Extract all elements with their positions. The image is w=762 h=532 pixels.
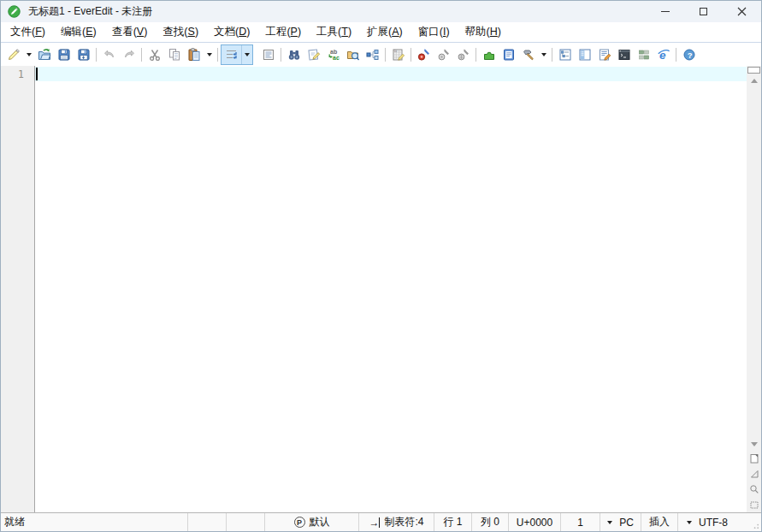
magnifier-icon bbox=[749, 484, 759, 494]
chevron-down-icon bbox=[27, 53, 32, 56]
minimize-button[interactable] bbox=[646, 1, 684, 22]
toolbar-separator bbox=[552, 48, 552, 62]
stop-macro-button[interactable] bbox=[434, 45, 453, 64]
find-in-files-button[interactable] bbox=[343, 45, 363, 64]
paste-button[interactable] bbox=[184, 45, 204, 64]
dropdown-icon bbox=[607, 521, 612, 524]
new-file-dropdown[interactable] bbox=[23, 45, 34, 64]
undo-button[interactable] bbox=[99, 45, 119, 64]
external-tools-dropdown[interactable] bbox=[538, 45, 549, 64]
paste-icon bbox=[187, 48, 201, 62]
paste-dropdown[interactable] bbox=[204, 45, 215, 64]
edge-ruler-button[interactable] bbox=[747, 466, 761, 482]
menu-item-file[interactable]: 文件(F) bbox=[3, 22, 53, 42]
menu-item-tools[interactable]: 工具(T) bbox=[309, 22, 359, 42]
chevron-down-icon bbox=[207, 53, 212, 56]
status-line[interactable]: 行 1 bbox=[434, 513, 471, 531]
encoding-label: UTF-8 bbox=[699, 517, 728, 529]
redo-icon bbox=[122, 48, 136, 62]
vertical-scrollbar[interactable] bbox=[747, 66, 761, 512]
text-caret bbox=[36, 68, 38, 80]
save-all-button[interactable] bbox=[74, 45, 93, 64]
toolbar: ab ac 10 bbox=[1, 43, 761, 66]
word-wrap-toggle-group bbox=[221, 44, 253, 65]
file-structure-button[interactable] bbox=[363, 45, 382, 64]
side-panel-button[interactable] bbox=[575, 45, 594, 64]
help-button[interactable]: ? bbox=[679, 45, 699, 64]
line-number: 1 bbox=[18, 68, 24, 80]
browser-preview-icon: e bbox=[657, 48, 670, 62]
scrollbar-track[interactable] bbox=[747, 87, 761, 437]
close-button[interactable] bbox=[723, 1, 761, 22]
todo-list-icon bbox=[598, 48, 611, 62]
help-icon: ? bbox=[682, 48, 696, 62]
menu-item-edit[interactable]: 编辑(E) bbox=[53, 22, 104, 42]
edge-selection-button[interactable] bbox=[747, 497, 761, 512]
external-tools-icon bbox=[522, 48, 535, 62]
menu-item-document[interactable]: 文档(D) bbox=[206, 22, 257, 42]
toolbar-separator bbox=[141, 48, 142, 62]
edge-document-button[interactable] bbox=[747, 451, 761, 466]
replace-in-files-icon: ab ac bbox=[327, 48, 340, 62]
scroll-down-button[interactable] bbox=[747, 437, 761, 451]
word-wrap-button[interactable] bbox=[222, 45, 241, 64]
menu-item-view[interactable]: 查看(V) bbox=[104, 22, 156, 42]
document-map-button[interactable] bbox=[555, 45, 575, 64]
record-macro-button[interactable] bbox=[414, 45, 434, 64]
console-icon bbox=[617, 48, 631, 62]
status-encoding[interactable]: UTF-8 bbox=[677, 513, 736, 531]
edge-zoom-button[interactable] bbox=[747, 482, 761, 497]
scroll-splitter-handle[interactable] bbox=[747, 67, 760, 74]
menu-item-project[interactable]: 工程(P) bbox=[257, 22, 309, 42]
status-line-ending[interactable]: PC bbox=[600, 513, 641, 531]
status-tab-size[interactable]: → 制表符:4 bbox=[358, 513, 434, 531]
scroll-up-button[interactable] bbox=[747, 74, 761, 87]
status-unicode[interactable]: U+0000 bbox=[508, 513, 560, 531]
replace-in-files-button[interactable]: ab ac bbox=[323, 45, 343, 64]
side-panel-icon bbox=[578, 48, 592, 62]
svg-text:10: 10 bbox=[393, 49, 397, 52]
menu-item-help[interactable]: 帮助(H) bbox=[458, 22, 509, 42]
document-corner-icon bbox=[749, 453, 759, 464]
find-button[interactable] bbox=[284, 45, 304, 64]
external-tools-button[interactable] bbox=[518, 45, 538, 64]
maximize-button[interactable] bbox=[684, 1, 723, 22]
maximize-icon bbox=[700, 8, 707, 15]
show-symbols-button[interactable] bbox=[258, 45, 278, 64]
color-scheme-button[interactable] bbox=[634, 45, 653, 64]
open-file-icon bbox=[38, 48, 51, 62]
status-count: 1 bbox=[560, 513, 600, 531]
browser-preview-button[interactable]: e bbox=[653, 45, 673, 64]
scheme-icon: P bbox=[294, 517, 305, 528]
copy-button[interactable] bbox=[164, 45, 184, 64]
play-macro-icon bbox=[457, 48, 470, 62]
arrow-down-icon bbox=[751, 442, 758, 446]
menu-item-window[interactable]: 窗口(I) bbox=[411, 22, 458, 42]
snippets-button[interactable] bbox=[499, 45, 518, 64]
redo-button[interactable] bbox=[119, 45, 139, 64]
todo-list-button[interactable] bbox=[594, 45, 614, 64]
console-button[interactable] bbox=[614, 45, 634, 64]
new-file-button[interactable] bbox=[3, 45, 23, 64]
menu-item-search[interactable]: 查找(S) bbox=[155, 22, 206, 42]
tab-size-label: 制表符:4 bbox=[384, 515, 423, 529]
status-scheme[interactable]: P 默认 bbox=[264, 513, 358, 531]
resize-grip-icon[interactable] bbox=[751, 521, 759, 529]
play-macro-button[interactable] bbox=[453, 45, 473, 64]
plugin-manager-button[interactable] bbox=[479, 45, 499, 64]
replace-button[interactable] bbox=[304, 45, 323, 64]
cut-button[interactable] bbox=[145, 45, 164, 64]
status-insert-mode[interactable]: 插入 bbox=[641, 513, 677, 531]
open-file-button[interactable] bbox=[34, 45, 54, 64]
line-number-gutter[interactable]: 1 bbox=[1, 66, 35, 512]
word-wrap-dropdown[interactable] bbox=[241, 45, 252, 64]
save-button[interactable] bbox=[54, 45, 74, 64]
text-editor-area[interactable] bbox=[35, 66, 747, 512]
document-map-icon bbox=[558, 48, 572, 62]
toolbar-separator bbox=[281, 48, 281, 62]
menu-item-extensions[interactable]: 扩展(A) bbox=[359, 22, 411, 42]
file-structure-icon bbox=[366, 48, 380, 62]
status-column[interactable]: 列 0 bbox=[471, 513, 508, 531]
window-title: 无标题1 - EverEdit - 未注册 bbox=[28, 4, 646, 19]
hex-edit-button[interactable]: 10 bbox=[388, 45, 408, 64]
